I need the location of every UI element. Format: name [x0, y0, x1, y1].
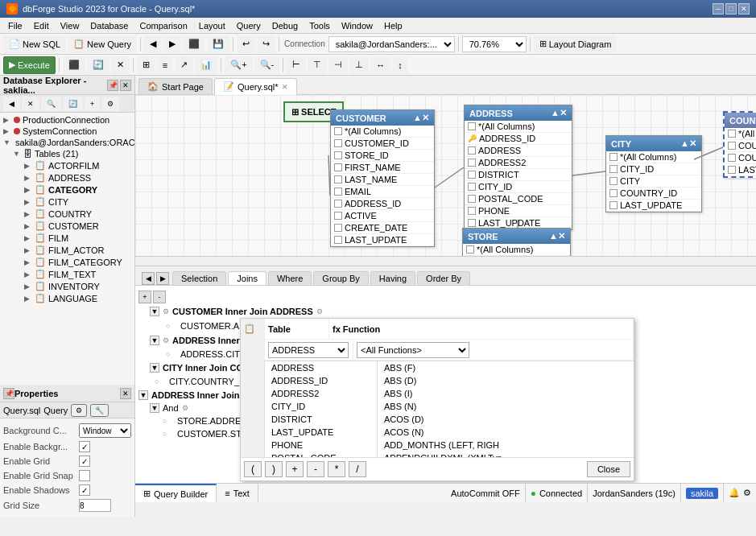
calc-multiply[interactable]: * [328, 461, 345, 477]
close-button[interactable]: ✕ [738, 3, 750, 14]
address-row-district[interactable]: DISTRICT [465, 169, 572, 181]
zoom-out-button[interactable]: 🔍- [254, 56, 280, 74]
func-add-months[interactable]: ADD_MONTHS (LEFT, RIGH [378, 439, 634, 451]
joins-remove-button[interactable]: - [153, 291, 166, 303]
joins-add-button[interactable]: + [138, 291, 151, 303]
tab-group-by[interactable]: Group By [313, 271, 368, 285]
tree-item-film-text[interactable]: ▶ 📋 FILM_TEXT [2, 268, 133, 280]
city-row-country[interactable]: COUNTRY_ID [606, 188, 701, 200]
menu-comparison[interactable]: Comparison [134, 19, 192, 32]
col-item-district[interactable]: DISTRICT [265, 413, 377, 426]
enable-grid-check[interactable] [79, 456, 90, 467]
db-filter-button[interactable]: 🔍 [41, 97, 61, 111]
canvas-scroll-h[interactable] [135, 256, 756, 266]
menu-database[interactable]: Database [85, 19, 133, 32]
tree-item-category[interactable]: ▶ 📋 CATEGORY [2, 183, 133, 196]
layout-diagram-button[interactable]: ⊞ Layout Diagram [534, 35, 618, 53]
tab-close-icon[interactable]: ✕ [282, 83, 288, 91]
align-button-3[interactable]: ⊣ [328, 56, 348, 74]
background-select[interactable]: Window [79, 423, 131, 438]
tree-item-address[interactable]: ▶ 📋 ADDRESS [2, 171, 133, 183]
tree-item-film[interactable]: ▶ 📋 FILM [2, 232, 133, 244]
text-tab[interactable]: ≡ Text [217, 484, 258, 502]
customer-row-first[interactable]: FIRST_NAME [331, 162, 434, 174]
country-row-all[interactable]: *(All Columns) [725, 128, 756, 140]
tab-having[interactable]: Having [370, 271, 415, 285]
dropdown-columns-list[interactable]: ADDRESS ADDRESS_ID ADDRESS2 CITY_ID DIST… [265, 361, 378, 457]
store-table[interactable]: STORE ▲✕ *(All Columns) STORE_ID MANAGER… [462, 228, 571, 256]
tab-selection[interactable]: Selection [172, 271, 226, 285]
calc-plus[interactable]: + [286, 461, 304, 477]
toolbar-icon-2[interactable]: ▶ [163, 35, 181, 53]
country-row-name[interactable]: COUNTRY [725, 152, 756, 164]
tab-where[interactable]: Where [268, 271, 312, 285]
connection-dropdown[interactable]: sakila@JordanSanders:... [328, 36, 455, 52]
func-abs-n[interactable]: ABS (N) [378, 400, 634, 413]
tab-joins[interactable]: Joins [228, 271, 266, 285]
customer-row-last[interactable]: LAST_NAME [331, 174, 434, 186]
props-pin-button[interactable]: 📌 [3, 388, 14, 399]
dropdown-functions-list[interactable]: ABS (F) ABS (D) ABS (I) ABS (N) ACOS (D)… [378, 361, 634, 457]
dropdown-table-select[interactable]: ADDRESS [268, 342, 349, 358]
align-button-6[interactable]: ↕ [392, 56, 408, 74]
col-item-city-id[interactable]: CITY_ID [265, 400, 377, 413]
tab-start-page[interactable]: 🏠 Start Page [138, 78, 213, 94]
customer-row-update[interactable]: LAST_UPDATE [331, 234, 434, 246]
new-sql-button[interactable]: 📄 New SQL [3, 35, 66, 53]
tree-item-city[interactable]: ▶ 📋 CITY [2, 196, 133, 208]
props-close-button[interactable]: ✕ [120, 388, 131, 399]
menu-layout[interactable]: Layout [194, 19, 230, 32]
calc-divide[interactable]: / [349, 461, 366, 477]
align-button-1[interactable]: ⊢ [287, 56, 306, 74]
toolbar-icon-4[interactable]: 💾 [207, 35, 229, 53]
minimize-button[interactable]: ─ [713, 3, 724, 14]
address-row-phone[interactable]: PHONE [465, 205, 572, 217]
undo-button[interactable]: ↩ [237, 35, 255, 53]
dropdown-func-select[interactable]: <All Functions> [357, 342, 469, 358]
col-item-address-id[interactable]: ADDRESS_ID [265, 374, 377, 387]
customer-row-addr[interactable]: ADDRESS_ID [331, 198, 434, 210]
country-row-update[interactable]: LAST_UPDATE [725, 164, 756, 176]
func-acos-n[interactable]: ACOS (N) [378, 426, 634, 439]
tree-item-film-actor[interactable]: ▶ 📋 FILM_ACTOR [2, 244, 133, 256]
func-abs-d[interactable]: ABS (D) [378, 374, 634, 387]
customer-row-all[interactable]: *(All Columns) [331, 126, 434, 138]
panel-close-button[interactable]: ✕ [120, 80, 131, 91]
customer-row-store[interactable]: STORE_ID [331, 150, 434, 162]
tree-item-actorfilm[interactable]: ▶ 📋 ACTORFILM [2, 159, 133, 171]
enable-shadows-check[interactable] [79, 484, 90, 496]
tree-item-sakila[interactable]: ▼ sakila@JordanSanders:ORACL [2, 137, 133, 148]
func-acos-d[interactable]: ACOS (D) [378, 413, 634, 426]
address-table[interactable]: ADDRESS ▲✕ *(All Columns) 🔑ADDRESS_ID AD… [464, 105, 572, 230]
align-button-2[interactable]: ⊤ [308, 56, 327, 74]
city-row-all[interactable]: *(All Columns) [606, 151, 701, 163]
tree-item-production[interactable]: ▶ ProductionConnection [2, 114, 133, 126]
props-icon-btn-2[interactable]: 🔧 [90, 404, 109, 417]
col-item-address[interactable]: ADDRESS [265, 361, 377, 374]
city-row-id[interactable]: CITY_ID [606, 163, 701, 175]
col-item-address2[interactable]: ADDRESS2 [265, 387, 377, 400]
address-row-addr[interactable]: ADDRESS [465, 145, 572, 157]
country-table[interactable]: COUNTRY ▲✕ *(All Columns) COUNTRY_ID COU… [723, 111, 756, 178]
refresh-button[interactable]: 🔄 [87, 56, 109, 74]
tree-item-language[interactable]: ▶ 📋 LANGUAGE [2, 292, 133, 304]
tab-order-by[interactable]: Order By [417, 271, 470, 285]
join-expand-and[interactable]: ▼ [150, 403, 159, 413]
grid-view-button[interactable]: ⊞ [137, 56, 155, 74]
customer-row-id[interactable]: CUSTOMER_ID [331, 138, 434, 150]
stop-button[interactable]: ⬛ [63, 56, 85, 74]
menu-debug[interactable]: Debug [267, 19, 303, 32]
join-expand-4[interactable]: ▼ [138, 390, 148, 400]
func-appendchild[interactable]: APPENDCHILDXML (XMLTyp [378, 451, 634, 457]
menu-view[interactable]: View [56, 19, 85, 32]
align-button-5[interactable]: ↔ [370, 56, 390, 74]
join-expand-2[interactable]: ▼ [150, 336, 159, 345]
db-close-button[interactable]: ✕ [22, 97, 39, 111]
join-expand-3[interactable]: ▼ [150, 363, 159, 373]
col-item-postal[interactable]: POSTAL_CODE [265, 451, 377, 457]
execute-button[interactable]: ▶ Execute [3, 56, 56, 74]
menu-help[interactable]: Help [379, 19, 407, 32]
bottom-panel-collapse[interactable]: ◀ [142, 272, 155, 285]
address-row-postal[interactable]: POSTAL_CODE [465, 193, 572, 205]
tree-item-film-category[interactable]: ▶ 📋 FILM_CATEGORY [2, 256, 133, 268]
